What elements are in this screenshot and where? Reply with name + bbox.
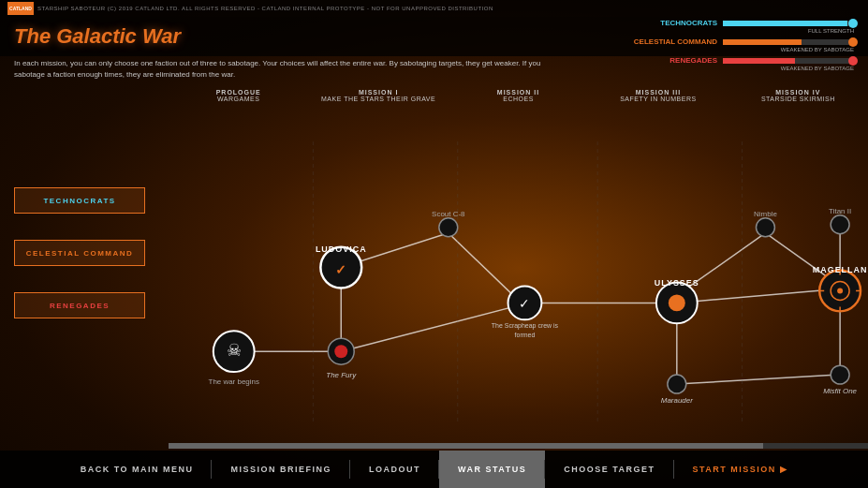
mission4-subtitle: STARSIDE SKIRMISH	[728, 96, 868, 102]
technocrats-bar-fill	[723, 21, 847, 26]
celestial-bar-container	[723, 39, 854, 45]
mission2-subtitle: ECHOES	[449, 96, 588, 102]
svg-text:✓: ✓	[335, 262, 346, 277]
svg-text:ULYSSES: ULYSSES	[655, 278, 699, 288]
technocrats-bar-label: TECHNOCRATS	[633, 19, 717, 27]
svg-text:formed: formed	[515, 332, 536, 338]
svg-text:Scout C-8: Scout C-8	[432, 210, 465, 218]
description-text: In each mission, you can only choose one…	[14, 58, 568, 81]
mission-header-prologue: PROLOGUE WARGAMES	[169, 89, 308, 102]
svg-point-27	[669, 294, 685, 311]
svg-text:☠: ☠	[227, 341, 242, 360]
svg-text:Nimble: Nimble	[754, 210, 777, 218]
svg-text:MAGELLAN: MAGELLAN	[813, 265, 868, 274]
game-title: The Galactic War	[14, 24, 181, 49]
svg-point-23	[439, 218, 458, 237]
loadout-button[interactable]: LOADOUT	[350, 451, 439, 488]
mission-headers: PROLOGUE WARGAMES MISSION I MAKE THE STA…	[169, 89, 868, 102]
prologue-subtitle: WARGAMES	[169, 96, 308, 102]
war-status-button[interactable]: WAR STATUS	[439, 451, 545, 488]
celestial-bar-fill	[723, 39, 802, 45]
renegades-button[interactable]: RENEGADES	[14, 292, 145, 318]
technocrats-bar-dot	[848, 19, 858, 28]
mission-briefing-button[interactable]: MISSION BRIEFING	[212, 451, 350, 488]
mission3-subtitle: SAFETY IN NUMBERS	[588, 96, 728, 102]
technocrats-button-label: TECHNOCRATS	[43, 197, 115, 205]
svg-point-20	[334, 345, 347, 358]
renegades-bar-row: RENEGADES	[633, 56, 854, 65]
faction-buttons: TECHNOCRATS CELESTIAL COMMAND RENEGADES	[14, 187, 145, 318]
celestial-bar-row: CELESTIAL COMMAND	[633, 37, 854, 46]
svg-text:Titan II: Titan II	[829, 207, 851, 215]
svg-text:The Scrapheap crew is: The Scrapheap crew is	[492, 322, 559, 330]
mission4-title: MISSION IV	[728, 89, 868, 96]
back-to-main-button[interactable]: BACK TO MAIN MENU	[62, 451, 213, 488]
svg-point-37	[831, 215, 849, 234]
svg-text:The Fury: The Fury	[326, 371, 357, 379]
renegades-bar-dot	[848, 56, 858, 66]
svg-text:LUDOVICA: LUDOVICA	[316, 244, 367, 254]
bottom-nav: BACK TO MAIN MENU MISSION BRIEFING LOADO…	[0, 451, 868, 488]
mission-header-4: MISSION IV STARSIDE SKIRMISH	[728, 89, 868, 102]
copyright-text: STARSHIP SABOTEUR (C) 2019 CATLAND LTD. …	[37, 6, 493, 11]
svg-line-12	[677, 375, 838, 384]
celestial-bar-section: CELESTIAL COMMAND WEAKENED BY SABOTAGE	[633, 37, 854, 52]
technocrats-status: FULL STRENGTH	[633, 28, 854, 34]
mission2-title: MISSION II	[449, 89, 588, 96]
mission-header-2: MISSION II ECHOES	[449, 89, 588, 102]
catland-logo: CATLAND	[7, 2, 34, 15]
choose-target-button[interactable]: CHOOSE TARGET	[545, 451, 673, 488]
map-scrollbar-thumb	[169, 443, 763, 449]
renegades-button-label: RENEGADES	[50, 302, 110, 310]
technocrats-bar-container	[723, 21, 854, 26]
svg-text:✓: ✓	[519, 296, 530, 311]
map-svg: ☠ ✓ ✓ The war begins	[169, 120, 868, 443]
map-scrollbar[interactable]	[169, 443, 868, 449]
mission1-title: MISSION I	[308, 89, 448, 96]
svg-text:Misfit One: Misfit One	[823, 387, 857, 395]
technocrats-bar-section: TECHNOCRATS FULL STRENGTH	[633, 19, 854, 34]
celestial-status: WEAKENED BY SABOTAGE	[633, 47, 854, 52]
svg-point-29	[668, 375, 686, 393]
logo: CATLAND STARSHIP SABOTEUR (C) 2019 CATLA…	[7, 2, 493, 15]
campaign-map: ☠ ✓ ✓ The war begins	[169, 120, 868, 443]
technocrats-button[interactable]: TECHNOCRATS	[14, 187, 145, 214]
prologue-title: PROLOGUE	[169, 89, 308, 96]
logo-text: CATLAND	[9, 6, 32, 11]
celestial-bar-dot	[848, 37, 858, 47]
renegades-bar-container	[723, 58, 854, 64]
mission-header-3: MISSION III SAFETY IN NUMBERS	[588, 89, 728, 102]
celestial-bar-label: CELESTIAL COMMAND	[633, 37, 717, 46]
renegades-bar-section: RENEGADES WEAKENED BY SABOTAGE	[633, 56, 854, 71]
svg-text:The war begins: The war begins	[209, 377, 259, 386]
svg-point-32	[837, 288, 843, 293]
svg-text:Marauder: Marauder	[661, 396, 693, 405]
renegades-bar-label: RENEGADES	[633, 56, 717, 65]
start-mission-button[interactable]: START MISSION ▶	[674, 451, 807, 488]
mission1-subtitle: MAKE THE STARS THEIR GRAVE	[308, 96, 448, 102]
mission-header-1: MISSION I MAKE THE STARS THEIR GRAVE	[308, 89, 448, 102]
mission3-title: MISSION III	[588, 89, 728, 96]
celestial-button[interactable]: CELESTIAL COMMAND	[14, 240, 145, 266]
top-bar: CATLAND STARSHIP SABOTEUR (C) 2019 CATLA…	[0, 0, 868, 17]
svg-point-28	[756, 218, 774, 237]
celestial-button-label: CELESTIAL COMMAND	[26, 249, 134, 258]
faction-bars: TECHNOCRATS FULL STRENGTH CELESTIAL COMM…	[633, 19, 854, 71]
renegades-status: WEAKENED BY SABOTAGE	[633, 66, 854, 71]
svg-line-9	[677, 288, 838, 303]
svg-line-3	[449, 233, 522, 303]
svg-point-38	[831, 365, 849, 384]
renegades-bar-fill	[723, 58, 795, 64]
technocrats-bar-row: TECHNOCRATS	[633, 19, 854, 27]
